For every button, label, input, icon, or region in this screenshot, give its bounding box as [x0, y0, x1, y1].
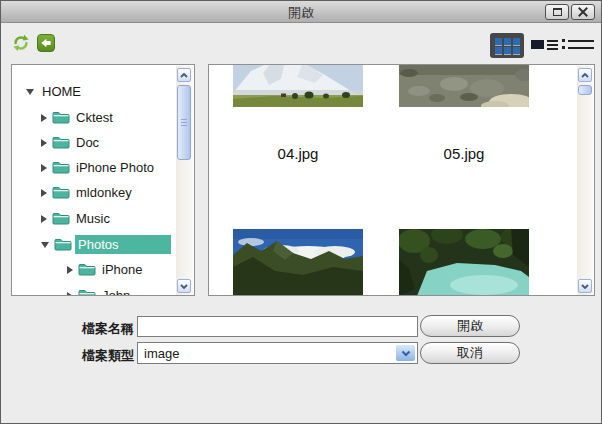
folder-icon: [78, 289, 96, 296]
tree-item-mldonkey[interactable]: mldonkey: [41, 182, 135, 203]
chevron-up-icon: [581, 73, 589, 78]
expand-arrow-icon[interactable]: [67, 266, 73, 274]
crater-lake-thumbnail: [399, 229, 529, 296]
view-detail-list-button[interactable]: [562, 39, 595, 50]
expand-arrow-icon[interactable]: [41, 114, 47, 122]
scroll-up-button[interactable]: [177, 68, 191, 82]
list-view-icon: [531, 40, 544, 49]
scroll-down-button[interactable]: [177, 279, 191, 293]
tree-scrollbar[interactable]: [176, 66, 193, 295]
file-item-green-ridge[interactable]: [233, 229, 363, 296]
expand-arrow-icon[interactable]: [41, 189, 47, 197]
tree-item-label: Music: [73, 209, 113, 228]
close-button[interactable]: [571, 4, 595, 20]
refresh-icon: [12, 34, 30, 52]
tree-item-iphone[interactable]: iPhone: [67, 259, 145, 280]
folder-icon: [54, 238, 72, 251]
file-thumbnails-panel: 04.jpg 05.jpg: [208, 64, 595, 296]
filename-input[interactable]: [137, 316, 418, 337]
tree-item-home[interactable]: HOME: [26, 81, 84, 102]
maximize-button[interactable]: [545, 4, 569, 20]
expand-arrow-icon[interactable]: [41, 215, 47, 223]
back-arrow-icon: [39, 36, 53, 50]
open-dialog-window: 開啟 HOME: [0, 0, 602, 424]
tree-item-photos-selected[interactable]: Photos: [41, 234, 171, 255]
close-icon: [578, 7, 588, 17]
tree-item-label: Doc: [73, 133, 102, 152]
filetype-label: 檔案類型: [82, 347, 134, 365]
file-name-label: 04.jpg: [233, 145, 363, 162]
folder-icon: [52, 212, 70, 225]
expand-arrow-icon[interactable]: [41, 139, 47, 147]
files-scrollbar[interactable]: [577, 66, 593, 295]
chevron-down-icon: [180, 284, 188, 289]
snow-mountain-thumbnail: [233, 65, 363, 107]
rocky-stream-thumbnail: [399, 65, 529, 107]
tree-item-label: John: [99, 286, 133, 296]
expand-arrow-icon[interactable]: [67, 292, 73, 297]
combo-dropdown-button[interactable]: [396, 345, 415, 361]
tree-item-label: HOME: [39, 82, 84, 101]
filename-label: 檔案名稱: [82, 320, 134, 338]
file-name-label: 05.jpg: [399, 145, 529, 162]
chevron-up-icon: [180, 73, 188, 78]
files-scrollbar-thumb[interactable]: [578, 85, 592, 95]
back-button[interactable]: [37, 34, 55, 52]
file-item-crater-lake[interactable]: [399, 229, 529, 296]
tree-item-john[interactable]: John: [67, 285, 133, 296]
green-ridge-thumbnail: [233, 229, 363, 296]
tree-item-label-selected: Photos: [75, 235, 171, 254]
tree-item-cktest[interactable]: Cktest: [41, 107, 116, 128]
chevron-down-icon: [581, 284, 589, 289]
view-list-button[interactable]: [531, 39, 561, 51]
folder-icon: [52, 111, 70, 124]
tree-item-music[interactable]: Music: [41, 208, 113, 229]
folder-icon: [78, 263, 96, 276]
open-button[interactable]: 開啟: [420, 315, 520, 337]
expand-arrow-icon[interactable]: [41, 164, 47, 172]
window-title: 開啟: [1, 4, 601, 22]
file-item-05jpg[interactable]: 05.jpg: [399, 65, 529, 107]
cancel-button[interactable]: 取消: [420, 342, 520, 364]
collapse-arrow-icon[interactable]: [41, 242, 49, 248]
folder-icon: [52, 186, 70, 199]
folder-icon: [52, 161, 70, 174]
view-thumbnail-grid-button[interactable]: [490, 33, 524, 58]
file-item-04jpg[interactable]: 04.jpg: [233, 65, 363, 107]
tree-item-label: iPhone Photo: [73, 158, 157, 177]
title-bar[interactable]: 開啟: [1, 1, 601, 23]
chevron-down-icon: [401, 350, 411, 357]
refresh-button[interactable]: [12, 34, 30, 52]
tree-item-label: iPhone: [99, 260, 145, 279]
tree-item-label: mldonkey: [73, 183, 135, 202]
tree-item-label: Cktest: [73, 108, 116, 127]
filetype-selected-value: image: [144, 346, 179, 361]
collapse-arrow-icon[interactable]: [26, 89, 34, 95]
maximize-icon: [553, 8, 562, 16]
tree-scrollbar-thumb[interactable]: [177, 85, 191, 160]
scroll-up-button[interactable]: [578, 68, 592, 82]
tree-item-iphone-photo[interactable]: iPhone Photo: [41, 157, 157, 178]
filetype-select[interactable]: image: [137, 342, 418, 364]
folder-icon: [52, 136, 70, 149]
folder-tree-panel: HOME Cktest Doc iPhone Photo mldonkey Mu…: [11, 64, 195, 296]
scroll-down-button[interactable]: [578, 279, 592, 293]
detail-list-view-icon: [562, 39, 595, 42]
grid-view-icon: [495, 38, 502, 45]
tree-item-doc[interactable]: Doc: [41, 132, 102, 153]
